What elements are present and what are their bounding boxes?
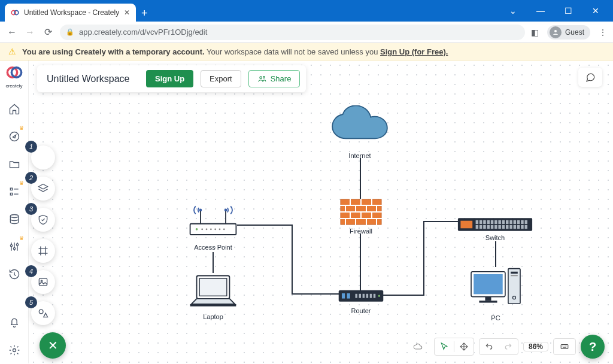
tab-title: Untitled Workspace - Creately bbox=[24, 8, 119, 17]
explore-icon[interactable]: ♛ bbox=[7, 129, 22, 144]
svg-rect-87 bbox=[514, 225, 517, 229]
node-access-point[interactable]: Access Point bbox=[186, 203, 241, 251]
folder-icon[interactable] bbox=[7, 157, 22, 171]
comment-button[interactable] bbox=[578, 68, 602, 87]
svg-rect-53 bbox=[347, 293, 350, 299]
svg-point-60 bbox=[378, 295, 380, 297]
svg-rect-63 bbox=[476, 220, 479, 224]
redo-button[interactable] bbox=[499, 339, 518, 354]
node-switch[interactable]: Switch bbox=[457, 217, 533, 241]
window-maximize-icon[interactable]: ☐ bbox=[558, 6, 578, 16]
svg-rect-62 bbox=[460, 221, 472, 229]
list-icon[interactable]: ♛ bbox=[7, 184, 22, 199]
url-bar[interactable]: 🔒 app.creately.com/d/vcvPFr1ODjg/edit bbox=[60, 25, 525, 40]
panel-icon[interactable]: ◧ bbox=[531, 28, 539, 37]
svg-point-17 bbox=[39, 310, 43, 314]
switch-icon bbox=[457, 217, 533, 232]
browser-tab[interactable]: Untitled Workspace - Creately ✕ bbox=[5, 4, 136, 22]
shapes-icon bbox=[37, 307, 49, 319]
svg-point-42 bbox=[201, 229, 203, 230]
tool-security[interactable]: 3 bbox=[31, 208, 55, 232]
node-internet[interactable]: Internet bbox=[327, 105, 393, 159]
sliders-icon[interactable]: ♛ bbox=[7, 239, 22, 254]
cursor-tool-button[interactable] bbox=[435, 338, 454, 355]
guest-profile-chip[interactable]: Guest bbox=[547, 25, 590, 40]
nav-back-button[interactable]: ← bbox=[6, 27, 18, 38]
svg-rect-74 bbox=[517, 220, 520, 224]
node-firewall[interactable]: Firewall bbox=[340, 199, 382, 235]
svg-rect-95 bbox=[508, 269, 520, 304]
svg-point-43 bbox=[206, 229, 208, 230]
shield-icon bbox=[37, 214, 49, 226]
svg-rect-57 bbox=[366, 294, 368, 298]
tool-shapes[interactable]: 5 bbox=[31, 301, 55, 325]
svg-rect-85 bbox=[506, 225, 509, 229]
tool-layers[interactable]: 2 bbox=[31, 177, 55, 201]
svg-rect-65 bbox=[483, 220, 486, 224]
svg-rect-96 bbox=[511, 272, 518, 274]
svg-rect-89 bbox=[521, 225, 524, 229]
svg-rect-80 bbox=[487, 225, 490, 229]
cloud-icon bbox=[327, 105, 393, 150]
chevron-down-icon[interactable]: ⌄ bbox=[503, 6, 523, 16]
svg-rect-83 bbox=[498, 225, 501, 229]
svg-rect-56 bbox=[363, 294, 365, 298]
svg-rect-93 bbox=[485, 297, 491, 301]
pc-icon bbox=[468, 266, 523, 312]
svg-point-12 bbox=[13, 349, 16, 352]
svg-point-13 bbox=[260, 76, 262, 78]
zoom-level[interactable]: 86% bbox=[524, 342, 548, 351]
creately-logo[interactable] bbox=[6, 64, 23, 81]
nav-reload-button[interactable]: ⟳ bbox=[42, 26, 54, 38]
close-tab-icon[interactable]: ✕ bbox=[124, 8, 130, 17]
window-close-icon[interactable]: ✕ bbox=[585, 6, 606, 16]
svg-point-11 bbox=[16, 244, 18, 245]
history-icon[interactable] bbox=[7, 267, 22, 281]
settings-icon[interactable] bbox=[7, 343, 22, 357]
signup-button[interactable]: Sign Up bbox=[146, 70, 193, 87]
home-icon[interactable] bbox=[7, 102, 22, 116]
svg-rect-71 bbox=[506, 220, 509, 224]
avatar-icon bbox=[550, 26, 562, 38]
node-laptop[interactable]: Laptop bbox=[186, 272, 241, 320]
svg-rect-79 bbox=[483, 225, 486, 229]
node-pc[interactable]: PC bbox=[468, 266, 523, 321]
notifications-icon[interactable] bbox=[7, 316, 22, 330]
svg-rect-92 bbox=[474, 274, 503, 294]
svg-rect-81 bbox=[491, 225, 494, 229]
nav-forward-button[interactable]: → bbox=[24, 27, 36, 38]
export-button[interactable]: Export bbox=[201, 70, 241, 87]
frame-icon bbox=[37, 245, 49, 257]
share-button[interactable]: Share bbox=[248, 70, 301, 87]
firewall-icon bbox=[340, 199, 382, 225]
svg-rect-84 bbox=[502, 225, 505, 229]
svg-rect-7 bbox=[10, 193, 12, 195]
cloud-sync-icon[interactable] bbox=[406, 338, 429, 355]
new-tab-button[interactable]: + bbox=[136, 5, 153, 22]
signup-link[interactable]: Sign Up (for Free). bbox=[380, 47, 448, 56]
svg-rect-82 bbox=[494, 225, 497, 229]
svg-rect-97 bbox=[511, 275, 518, 277]
svg-rect-76 bbox=[525, 220, 528, 224]
node-router[interactable]: Router bbox=[338, 289, 384, 314]
keyboard-shortcuts-button[interactable] bbox=[554, 339, 575, 354]
layers-icon bbox=[37, 183, 49, 195]
canvas[interactable]: Untitled Workspace Sign Up Export Share … bbox=[29, 60, 613, 363]
pan-tool-button[interactable] bbox=[454, 338, 474, 355]
tool-image[interactable]: 4 bbox=[31, 270, 55, 294]
workspace-title[interactable]: Untitled Workspace bbox=[43, 74, 139, 84]
data-icon[interactable] bbox=[7, 212, 22, 226]
tool-layers[interactable]: 1 x bbox=[31, 145, 55, 169]
close-panel-button[interactable]: ✕ bbox=[40, 332, 66, 359]
svg-rect-86 bbox=[509, 225, 512, 229]
window-minimize-icon[interactable]: ― bbox=[530, 6, 551, 16]
svg-rect-99 bbox=[561, 345, 568, 349]
temp-account-banner: ⚠ You are using Creately with a temporar… bbox=[0, 43, 613, 60]
undo-button[interactable] bbox=[480, 339, 499, 354]
tool-frame[interactable] bbox=[31, 239, 55, 263]
help-button[interactable]: ? bbox=[581, 335, 605, 359]
svg-rect-78 bbox=[480, 225, 482, 229]
kebab-menu-icon[interactable]: ⋮ bbox=[599, 28, 607, 37]
svg-point-44 bbox=[210, 229, 212, 230]
svg-rect-77 bbox=[476, 225, 479, 229]
